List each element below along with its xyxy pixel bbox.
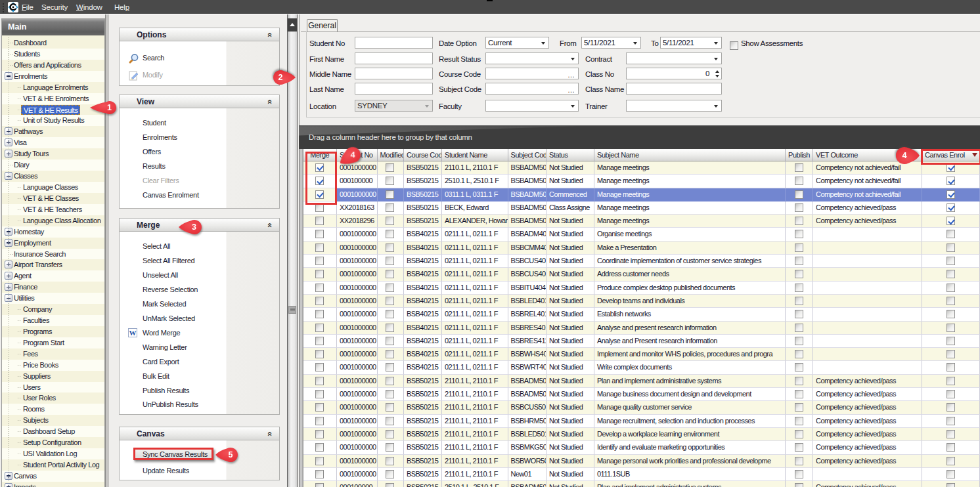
svg-text:W: W xyxy=(129,329,137,337)
